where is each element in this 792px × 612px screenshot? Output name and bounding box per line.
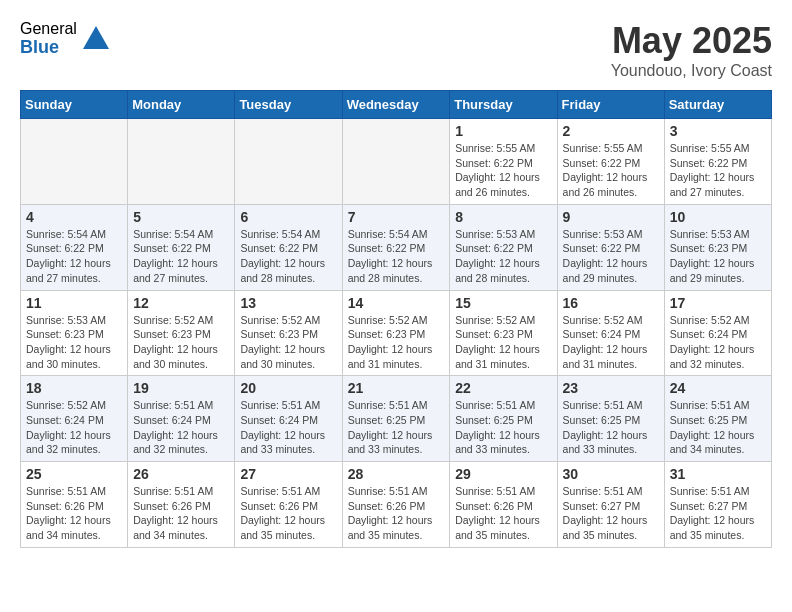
day-number: 4	[26, 209, 122, 225]
weekday-header-tuesday: Tuesday	[235, 91, 342, 119]
day-info: Sunrise: 5:51 AM Sunset: 6:27 PM Dayligh…	[563, 484, 659, 543]
calendar-day-cell: 6Sunrise: 5:54 AM Sunset: 6:22 PM Daylig…	[235, 204, 342, 290]
calendar-day-cell: 16Sunrise: 5:52 AM Sunset: 6:24 PM Dayli…	[557, 290, 664, 376]
calendar-day-cell: 18Sunrise: 5:52 AM Sunset: 6:24 PM Dayli…	[21, 376, 128, 462]
calendar-day-cell	[128, 119, 235, 205]
day-number: 24	[670, 380, 766, 396]
day-number: 14	[348, 295, 445, 311]
svg-marker-0	[83, 26, 109, 49]
day-info: Sunrise: 5:52 AM Sunset: 6:24 PM Dayligh…	[563, 313, 659, 372]
day-info: Sunrise: 5:51 AM Sunset: 6:24 PM Dayligh…	[240, 398, 336, 457]
logo-general: General	[20, 20, 77, 38]
calendar-table: SundayMondayTuesdayWednesdayThursdayFrid…	[20, 90, 772, 548]
logo: General Blue	[20, 20, 111, 57]
day-number: 16	[563, 295, 659, 311]
day-number: 20	[240, 380, 336, 396]
day-number: 7	[348, 209, 445, 225]
day-number: 8	[455, 209, 551, 225]
day-number: 11	[26, 295, 122, 311]
day-number: 1	[455, 123, 551, 139]
calendar-day-cell	[21, 119, 128, 205]
day-info: Sunrise: 5:53 AM Sunset: 6:23 PM Dayligh…	[670, 227, 766, 286]
calendar-week-row: 4Sunrise: 5:54 AM Sunset: 6:22 PM Daylig…	[21, 204, 772, 290]
day-number: 29	[455, 466, 551, 482]
calendar-week-row: 25Sunrise: 5:51 AM Sunset: 6:26 PM Dayli…	[21, 462, 772, 548]
calendar-day-cell: 14Sunrise: 5:52 AM Sunset: 6:23 PM Dayli…	[342, 290, 450, 376]
calendar-day-cell: 11Sunrise: 5:53 AM Sunset: 6:23 PM Dayli…	[21, 290, 128, 376]
day-info: Sunrise: 5:51 AM Sunset: 6:25 PM Dayligh…	[348, 398, 445, 457]
day-number: 27	[240, 466, 336, 482]
day-number: 9	[563, 209, 659, 225]
calendar-day-cell: 22Sunrise: 5:51 AM Sunset: 6:25 PM Dayli…	[450, 376, 557, 462]
day-number: 19	[133, 380, 229, 396]
day-info: Sunrise: 5:51 AM Sunset: 6:27 PM Dayligh…	[670, 484, 766, 543]
day-number: 17	[670, 295, 766, 311]
calendar-day-cell: 20Sunrise: 5:51 AM Sunset: 6:24 PM Dayli…	[235, 376, 342, 462]
day-info: Sunrise: 5:55 AM Sunset: 6:22 PM Dayligh…	[563, 141, 659, 200]
calendar-day-cell: 25Sunrise: 5:51 AM Sunset: 6:26 PM Dayli…	[21, 462, 128, 548]
day-number: 25	[26, 466, 122, 482]
logo-icon	[81, 24, 111, 54]
day-number: 3	[670, 123, 766, 139]
calendar-day-cell: 1Sunrise: 5:55 AM Sunset: 6:22 PM Daylig…	[450, 119, 557, 205]
calendar-day-cell: 9Sunrise: 5:53 AM Sunset: 6:22 PM Daylig…	[557, 204, 664, 290]
calendar-week-row: 1Sunrise: 5:55 AM Sunset: 6:22 PM Daylig…	[21, 119, 772, 205]
calendar-day-cell: 4Sunrise: 5:54 AM Sunset: 6:22 PM Daylig…	[21, 204, 128, 290]
day-info: Sunrise: 5:52 AM Sunset: 6:24 PM Dayligh…	[670, 313, 766, 372]
calendar-header-row: SundayMondayTuesdayWednesdayThursdayFrid…	[21, 91, 772, 119]
day-number: 6	[240, 209, 336, 225]
day-number: 23	[563, 380, 659, 396]
day-info: Sunrise: 5:54 AM Sunset: 6:22 PM Dayligh…	[348, 227, 445, 286]
calendar-day-cell: 17Sunrise: 5:52 AM Sunset: 6:24 PM Dayli…	[664, 290, 771, 376]
day-number: 30	[563, 466, 659, 482]
day-number: 13	[240, 295, 336, 311]
day-info: Sunrise: 5:51 AM Sunset: 6:25 PM Dayligh…	[455, 398, 551, 457]
weekday-header-friday: Friday	[557, 91, 664, 119]
day-info: Sunrise: 5:55 AM Sunset: 6:22 PM Dayligh…	[455, 141, 551, 200]
calendar-day-cell: 27Sunrise: 5:51 AM Sunset: 6:26 PM Dayli…	[235, 462, 342, 548]
calendar-day-cell: 2Sunrise: 5:55 AM Sunset: 6:22 PM Daylig…	[557, 119, 664, 205]
day-info: Sunrise: 5:51 AM Sunset: 6:24 PM Dayligh…	[133, 398, 229, 457]
calendar-day-cell: 7Sunrise: 5:54 AM Sunset: 6:22 PM Daylig…	[342, 204, 450, 290]
day-number: 15	[455, 295, 551, 311]
day-number: 12	[133, 295, 229, 311]
calendar-day-cell: 24Sunrise: 5:51 AM Sunset: 6:25 PM Dayli…	[664, 376, 771, 462]
calendar-day-cell: 15Sunrise: 5:52 AM Sunset: 6:23 PM Dayli…	[450, 290, 557, 376]
weekday-header-saturday: Saturday	[664, 91, 771, 119]
day-number: 18	[26, 380, 122, 396]
logo-blue: Blue	[20, 38, 77, 58]
day-info: Sunrise: 5:54 AM Sunset: 6:22 PM Dayligh…	[240, 227, 336, 286]
month-title: May 2025	[611, 20, 772, 62]
day-info: Sunrise: 5:52 AM Sunset: 6:23 PM Dayligh…	[133, 313, 229, 372]
day-info: Sunrise: 5:54 AM Sunset: 6:22 PM Dayligh…	[26, 227, 122, 286]
calendar-day-cell: 5Sunrise: 5:54 AM Sunset: 6:22 PM Daylig…	[128, 204, 235, 290]
day-info: Sunrise: 5:54 AM Sunset: 6:22 PM Dayligh…	[133, 227, 229, 286]
weekday-header-monday: Monday	[128, 91, 235, 119]
calendar-week-row: 18Sunrise: 5:52 AM Sunset: 6:24 PM Dayli…	[21, 376, 772, 462]
day-info: Sunrise: 5:53 AM Sunset: 6:23 PM Dayligh…	[26, 313, 122, 372]
day-number: 2	[563, 123, 659, 139]
day-number: 5	[133, 209, 229, 225]
day-number: 26	[133, 466, 229, 482]
day-number: 22	[455, 380, 551, 396]
day-info: Sunrise: 5:51 AM Sunset: 6:25 PM Dayligh…	[563, 398, 659, 457]
day-number: 10	[670, 209, 766, 225]
day-info: Sunrise: 5:51 AM Sunset: 6:26 PM Dayligh…	[240, 484, 336, 543]
calendar-day-cell	[235, 119, 342, 205]
calendar-day-cell	[342, 119, 450, 205]
day-number: 21	[348, 380, 445, 396]
calendar-day-cell: 13Sunrise: 5:52 AM Sunset: 6:23 PM Dayli…	[235, 290, 342, 376]
day-info: Sunrise: 5:55 AM Sunset: 6:22 PM Dayligh…	[670, 141, 766, 200]
weekday-header-wednesday: Wednesday	[342, 91, 450, 119]
calendar-week-row: 11Sunrise: 5:53 AM Sunset: 6:23 PM Dayli…	[21, 290, 772, 376]
calendar-day-cell: 31Sunrise: 5:51 AM Sunset: 6:27 PM Dayli…	[664, 462, 771, 548]
calendar-day-cell: 19Sunrise: 5:51 AM Sunset: 6:24 PM Dayli…	[128, 376, 235, 462]
title-block: May 2025 Youndouo, Ivory Coast	[611, 20, 772, 80]
day-info: Sunrise: 5:51 AM Sunset: 6:26 PM Dayligh…	[455, 484, 551, 543]
location-title: Youndouo, Ivory Coast	[611, 62, 772, 80]
day-info: Sunrise: 5:53 AM Sunset: 6:22 PM Dayligh…	[563, 227, 659, 286]
page-header: General Blue May 2025 Youndouo, Ivory Co…	[20, 20, 772, 80]
calendar-day-cell: 23Sunrise: 5:51 AM Sunset: 6:25 PM Dayli…	[557, 376, 664, 462]
weekday-header-sunday: Sunday	[21, 91, 128, 119]
calendar-day-cell: 12Sunrise: 5:52 AM Sunset: 6:23 PM Dayli…	[128, 290, 235, 376]
